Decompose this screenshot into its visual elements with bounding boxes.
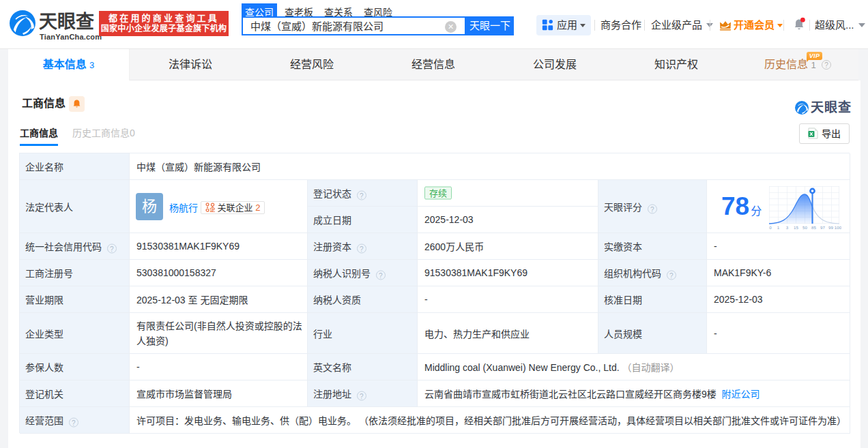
svg-text:97: 97 [820, 225, 825, 230]
svg-text:99: 99 [828, 225, 833, 230]
svg-text:100: 100 [835, 225, 841, 230]
svg-text:3: 3 [786, 225, 789, 230]
svg-text:50: 50 [802, 225, 807, 230]
svg-text:1: 1 [777, 225, 780, 230]
svg-text:企: 企 [209, 206, 215, 212]
svg-text:85: 85 [811, 225, 816, 230]
svg-text:15: 15 [794, 225, 798, 230]
svg-text:0: 0 [769, 225, 772, 230]
